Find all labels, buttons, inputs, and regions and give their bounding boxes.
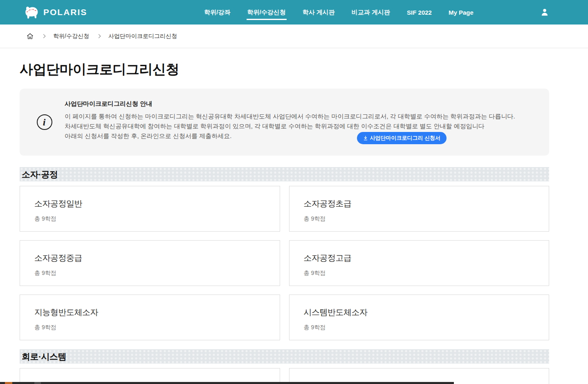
home-icon[interactable] — [26, 32, 34, 40]
breadcrumb-item[interactable]: 학위/수강신청 — [53, 33, 89, 40]
degree-card[interactable]: 지능형반도체소자 총 9학점 — [20, 295, 280, 340]
nav-item[interactable]: SIF 2022 — [407, 9, 432, 16]
notice-line-2: 차세대반도체 혁신공유대학에 참여하는 대학별로 학위과정이 있으며, 각 대학… — [65, 121, 533, 131]
degree-card[interactable]: 소자공정중급 총 9학점 — [20, 240, 280, 286]
degree-card-title: 소자공정고급 — [304, 252, 541, 263]
degree-card-title: 소자공정일반 — [34, 198, 272, 209]
degree-section: 소자·공정 소자공정일반 총 9학점 소자공정초급 총 9학점 소자공정중급 총… — [20, 167, 549, 340]
polar-bear-icon — [22, 5, 40, 20]
main-content: 사업단마이크로디그리신청 i 사업단마이크로디그리신청 안내 이 페이지를 통하… — [0, 60, 588, 384]
polaris-logo[interactable]: POLARIS — [22, 5, 87, 20]
degree-card-title: 소자공정중급 — [34, 252, 272, 263]
degree-card[interactable]: 소자공정일반 총 9학점 — [20, 186, 280, 232]
user-button[interactable] — [540, 8, 549, 17]
degree-card-title: 시스템반도체소자 — [304, 307, 541, 318]
notice-box: i 사업단마이크로디그리신청 안내 이 페이지를 통하여 신청하는 마이크로디그… — [20, 89, 549, 156]
application-form-download-button[interactable]: 사업단마이크로디그리 신청서 — [357, 132, 447, 144]
section-title: 회로·시스템 — [22, 351, 66, 362]
degree-card[interactable]: 시스템반도체소자 총 9학점 — [289, 295, 550, 340]
degree-card-credits: 총 9학점 — [304, 270, 541, 277]
nav-item[interactable]: My Page — [449, 9, 474, 16]
section-header: 회로·시스템 — [20, 349, 549, 364]
section-title: 소자·공정 — [22, 169, 58, 180]
degree-card-credits: 총 9학점 — [34, 324, 272, 331]
bottom-edge-artifact — [0, 382, 454, 384]
degree-card-credits: 총 9학점 — [304, 324, 541, 331]
page-title: 사업단마이크로디그리신청 — [20, 60, 549, 79]
notice-title: 사업단마이크로디그리신청 안내 — [65, 100, 533, 108]
card-grid: 소자공정일반 총 9학점 소자공정초급 총 9학점 소자공정중급 총 9학점 소… — [20, 186, 549, 340]
nav-item[interactable]: 학위/강좌 — [204, 9, 230, 16]
degree-card-title: 지능형반도체소자 — [34, 307, 272, 318]
nav-item[interactable]: 비교과 게시판 — [352, 9, 390, 16]
degree-section: 회로·시스템 회로시스템일반 회로시스템초급 — [20, 349, 549, 384]
degree-card-credits: 총 9학점 — [34, 270, 272, 277]
notice-line-1: 이 페이지를 통하여 신청하는 마이크로디그리는 혁신공유대학 차세대반도체 사… — [65, 112, 533, 121]
degree-card[interactable]: 소자공정고급 총 9학점 — [289, 240, 550, 286]
topbar: POLARIS 학위/강좌학위/수강신청학사 게시판비교과 게시판SIF 202… — [0, 0, 588, 25]
degree-card-credits: 총 9학점 — [304, 215, 541, 223]
bottom-edge-orange-segment — [5, 382, 12, 384]
notice-line-3: 아래의 신청서를 작성한 후, 온라인으로 신청서를 제출하세요. — [65, 131, 533, 141]
bottom-edge-gray-segment — [34, 382, 41, 384]
chevron-right-icon — [97, 34, 101, 38]
breadcrumb: 학위/수강신청사업단마이크로디그리신청 — [0, 25, 588, 48]
main-nav: 학위/강좌학위/수강신청학사 게시판비교과 게시판SIF 2022My Page — [204, 9, 473, 16]
degree-card[interactable]: 소자공정초급 총 9학점 — [289, 186, 550, 232]
download-icon — [363, 136, 368, 141]
info-icon: i — [37, 114, 52, 130]
degree-card-title: 소자공정초급 — [304, 198, 541, 209]
degree-card-credits: 총 9학점 — [34, 215, 272, 223]
degree-sections: 소자·공정 소자공정일반 총 9학점 소자공정초급 총 9학점 소자공정중급 총… — [20, 167, 549, 384]
nav-item[interactable]: 학위/수강신청 — [247, 9, 286, 16]
download-button-label: 사업단마이크로디그리 신청서 — [370, 134, 440, 142]
section-header: 소자·공정 — [20, 167, 549, 181]
breadcrumb-item: 사업단마이크로디그리신청 — [108, 33, 177, 40]
nav-item[interactable]: 학사 게시판 — [303, 9, 335, 16]
chevron-right-icon — [42, 34, 46, 38]
brand-name: POLARIS — [43, 7, 87, 17]
person-icon — [540, 8, 549, 17]
